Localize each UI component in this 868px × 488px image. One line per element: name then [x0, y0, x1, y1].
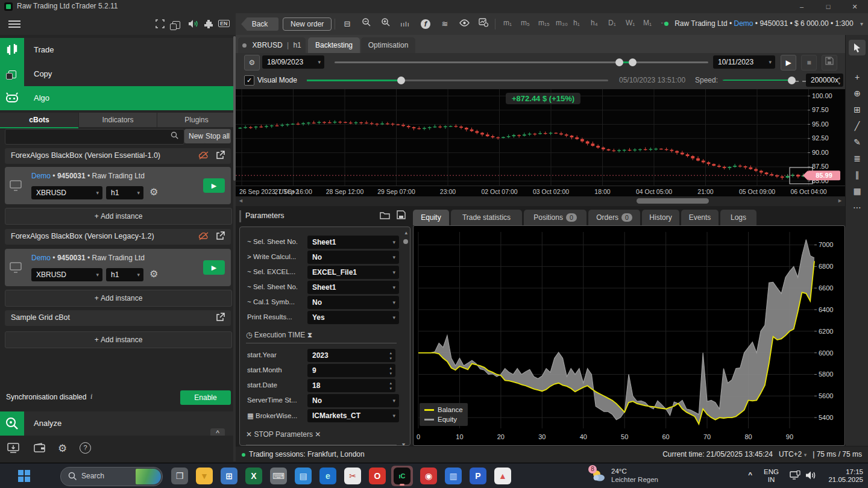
param-number-input[interactable]: 9▴▾ — [307, 364, 395, 377]
param-select[interactable]: No▾ — [307, 251, 399, 264]
cbot-header[interactable]: ForexAlgos BlackBox (Version Essential-1… — [5, 148, 231, 164]
plugins-icon[interactable] — [204, 19, 213, 31]
red-circle-app[interactable]: ◉ — [420, 468, 437, 484]
more-tools[interactable]: ⋯ — [849, 199, 866, 215]
scroll-up-icon[interactable]: ▴ — [404, 230, 407, 236]
play-backtest-button[interactable]: ▶ — [781, 55, 796, 70]
tray-expand-icon[interactable]: ^ — [748, 471, 752, 479]
target-tool[interactable]: ⊕ — [849, 86, 866, 101]
sidebar-item-copy[interactable]: Copy — [0, 62, 236, 86]
cbot-instance-card[interactable]: Demo • 9450031 • Raw Trading Ltd XBRUSD▾… — [5, 249, 231, 286]
add-instance-button[interactable]: + Add instance — [5, 208, 232, 225]
chart-scrollbar-thumb[interactable] — [637, 198, 709, 204]
param-number-input[interactable]: 2023▴▾ — [307, 349, 395, 362]
taskbar-search[interactable]: Search — [60, 467, 163, 486]
scroll-down-icon[interactable]: ▾ — [402, 441, 405, 446]
timeframe-2[interactable]: m₁₅ — [538, 19, 550, 27]
tab-history[interactable]: History — [642, 210, 679, 225]
share-icon[interactable] — [216, 231, 225, 242]
detach-window-icon[interactable] — [172, 21, 180, 29]
task-view-app[interactable]: ❒ — [171, 468, 188, 484]
playback-progress-slider[interactable] — [307, 80, 608, 81]
clock-widget[interactable]: 17:1521.05.2025 — [828, 468, 863, 484]
cbot-header[interactable]: ForexAlgos BlackBox (Version Legacy-1.2) — [5, 229, 231, 245]
range-end-handle[interactable] — [629, 58, 637, 66]
withdraw-icon[interactable] — [7, 443, 19, 455]
trend-line-tool[interactable]: ╱ — [849, 118, 866, 134]
cbot-search-input[interactable] — [5, 129, 184, 145]
timeframe-select[interactable]: h1▾ — [106, 268, 143, 281]
timeframe-0[interactable]: m₁ — [503, 19, 512, 27]
visibility-icon[interactable] — [456, 17, 472, 31]
sidebar-item-analyze[interactable]: Analyze ^ — [0, 411, 236, 436]
timeframe-3[interactable]: m₃₀ — [556, 19, 568, 27]
crosshair-tool[interactable]: + — [849, 69, 866, 85]
language-icon[interactable]: EN — [218, 20, 230, 27]
load-parameters-icon[interactable] — [380, 211, 390, 221]
icmarkets-app[interactable]: ıC — [394, 468, 410, 484]
bar-chart-app[interactable]: ▥ — [445, 468, 462, 484]
start-button[interactable] — [17, 469, 31, 485]
calculator-app[interactable]: ⊞ — [221, 468, 237, 484]
param-select[interactable]: No▾ — [307, 296, 399, 309]
layers-icon[interactable]: ≋ — [437, 17, 453, 31]
info-icon[interactable]: i — [90, 392, 92, 401]
timeframe-5[interactable]: h₄ — [591, 19, 598, 27]
keyboard-app[interactable]: ⌨ — [270, 468, 287, 484]
notepad-app[interactable]: ▤ — [295, 468, 312, 484]
zoom-out-icon[interactable] — [359, 17, 374, 31]
tab-logs[interactable]: Logs — [720, 210, 756, 225]
cbot-instance-card[interactable]: Demo • 9450031 • Raw Trading Ltd XBRUSD▾… — [5, 167, 231, 204]
fibonacci-tool[interactable]: ≣ — [849, 151, 866, 166]
zoom-in-icon[interactable] — [378, 17, 394, 31]
caret-down-icon[interactable]: ▾ — [392, 281, 395, 294]
price-chart[interactable]: 100.0097.5095.0092.5090.0087.5085.0085.9… — [236, 89, 845, 186]
scroll-thumb[interactable] — [403, 239, 408, 244]
symbol-select[interactable]: XBRUSD▾ — [31, 268, 102, 281]
icmarkets-app-active-frame[interactable]: ıC — [391, 466, 413, 486]
tab-equity[interactable]: Equity — [413, 210, 449, 225]
indicators-icon[interactable]: f — [418, 17, 433, 31]
tab-indicators[interactable]: Indicators — [79, 113, 157, 127]
tab-orders[interactable]: Orders0 — [588, 210, 640, 225]
settings-icon[interactable]: ⚙ — [58, 442, 67, 455]
tab-chart-xbrusd[interactable]: XBRUSD | h1 — [238, 37, 306, 53]
speed-slider[interactable] — [723, 80, 795, 81]
opera-app[interactable]: O — [369, 468, 386, 484]
minimize-button[interactable]: – — [788, 0, 815, 13]
cloud-off-icon[interactable] — [198, 151, 209, 161]
caret-down-icon[interactable]: ▾ — [392, 311, 395, 324]
param-select[interactable]: ICMarkets_CT▾ — [307, 409, 399, 422]
rocket-app[interactable]: ▲ — [494, 468, 511, 484]
cloud-off-icon[interactable] — [198, 232, 209, 242]
save-backtest-button[interactable] — [822, 55, 837, 70]
param-select[interactable]: EXCEL_File1▾ — [307, 266, 399, 279]
start-cbot-button[interactable]: ▶ — [203, 178, 225, 193]
tab-events[interactable]: Events — [681, 210, 719, 225]
timeframe-7[interactable]: W₁ — [626, 19, 635, 27]
cbot-header[interactable]: Sample Grid cBot — [5, 310, 231, 326]
snipping-app[interactable]: ✂ — [344, 468, 361, 484]
start-date-select[interactable]: 18/09/2023▾ — [262, 55, 324, 69]
param-number-input[interactable]: 18▴▾ — [307, 379, 395, 392]
maximize-button[interactable]: □ — [815, 0, 841, 13]
chart-type-icon[interactable]: ıılı — [397, 17, 413, 31]
timeframe-4[interactable]: h₁ — [573, 19, 580, 27]
tab-cbots[interactable]: cBots — [0, 113, 78, 128]
end-date-select[interactable]: 10/11/2023▾ — [713, 55, 775, 69]
visual-mode-checkbox[interactable]: ✓ — [244, 75, 254, 86]
caret-down-icon[interactable]: ▾ — [392, 296, 395, 309]
date-range-slider[interactable] — [335, 61, 708, 63]
excel-app[interactable]: X — [245, 468, 262, 484]
add-instance-button[interactable]: + Add instance — [5, 331, 232, 348]
equity-chart[interactable]: 0102030405060708090540056005800600062006… — [413, 225, 845, 446]
stepper-icons[interactable]: ▴▾ — [389, 365, 392, 376]
param-select[interactable]: Sheet1▾ — [307, 281, 399, 294]
wallet-icon[interactable] — [34, 443, 46, 455]
sound-icon[interactable] — [188, 19, 199, 30]
caret-down-icon[interactable]: ▾ — [392, 409, 395, 422]
tab-trade-statistics[interactable]: Trade statistics — [451, 210, 522, 225]
chart-scrollbar[interactable]: ◄ ► — [236, 196, 845, 206]
speed-handle[interactable] — [788, 77, 796, 84]
stepper-icons[interactable]: ▴▾ — [389, 380, 392, 391]
